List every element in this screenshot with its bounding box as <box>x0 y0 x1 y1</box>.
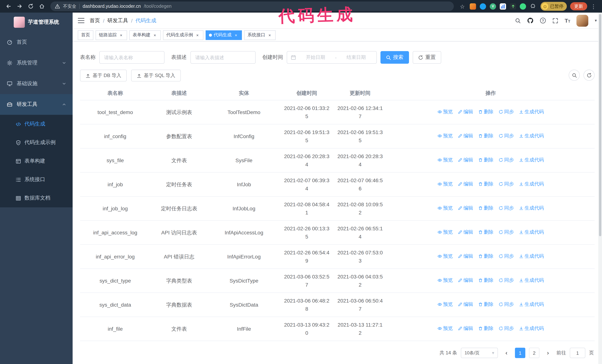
close-icon[interactable]: × <box>118 32 124 38</box>
tag-home[interactable]: 首页 <box>78 30 93 40</box>
action-sync-link[interactable]: 同步 <box>499 324 514 333</box>
search-button[interactable]: 搜索 <box>380 51 409 64</box>
action-generate-link[interactable]: 生成代码 <box>519 300 544 308</box>
browser-profile-chip[interactable]: ☺ 已暂停 <box>540 2 567 11</box>
action-edit-link[interactable]: 编辑 <box>458 324 473 333</box>
action-preview-link[interactable]: 预览 <box>438 132 453 140</box>
extensions-puzzle-icon[interactable] <box>530 3 536 10</box>
sidebar-item-db-doc[interactable]: 数据库文档 <box>0 189 73 207</box>
page-size-select[interactable]: 10条/页 ▾ <box>461 348 498 358</box>
action-sync-link[interactable]: 同步 <box>499 108 514 116</box>
action-preview-link[interactable]: 预览 <box>438 252 453 260</box>
github-icon[interactable] <box>527 17 533 24</box>
close-icon[interactable]: × <box>152 32 157 38</box>
action-delete-link[interactable]: 删除 <box>478 228 494 236</box>
action-preview-link[interactable]: 预览 <box>438 300 453 308</box>
browser-menu-kebab-icon[interactable]: ⋮ <box>589 1 598 11</box>
action-generate-link[interactable]: 生成代码 <box>519 324 544 333</box>
action-edit-link[interactable]: 编辑 <box>458 204 473 212</box>
action-delete-link[interactable]: 删除 <box>478 108 494 116</box>
close-icon[interactable]: × <box>233 32 239 38</box>
extension-icon-orange[interactable] <box>470 3 476 10</box>
action-edit-link[interactable]: 编辑 <box>458 252 473 260</box>
page-scrollbar[interactable] <box>598 13 602 364</box>
browser-back-icon[interactable] <box>4 1 13 11</box>
action-sync-link[interactable]: 同步 <box>499 252 514 260</box>
tag-form-builder[interactable]: 表单构建 × <box>129 30 161 40</box>
action-delete-link[interactable]: 删除 <box>478 276 494 284</box>
import-db-button[interactable]: 基于 DB 导入 <box>80 70 127 82</box>
extension-icon-green[interactable] <box>520 3 526 10</box>
tag-codegen-example[interactable]: 代码生成示例 × <box>163 30 203 40</box>
action-generate-link[interactable]: 生成代码 <box>519 156 544 164</box>
browser-home-icon[interactable] <box>37 1 47 11</box>
avatar-caret-icon[interactable]: ▾ <box>595 18 597 23</box>
action-preview-link[interactable]: 预览 <box>438 276 453 284</box>
sidebar-item-home[interactable]: 首页 <box>0 32 73 52</box>
action-preview-link[interactable]: 预览 <box>438 156 453 164</box>
action-sync-link[interactable]: 同步 <box>499 180 514 188</box>
action-edit-link[interactable]: 编辑 <box>458 132 473 140</box>
extension-icon-blue[interactable] <box>480 3 486 10</box>
fullscreen-icon[interactable] <box>552 18 558 23</box>
sidebar-item-system[interactable]: 系统管理 <box>0 52 73 73</box>
font-size-icon[interactable]: TT <box>565 18 570 23</box>
action-generate-link[interactable]: 生成代码 <box>519 180 544 188</box>
close-icon[interactable]: × <box>267 32 272 38</box>
action-generate-link[interactable]: 生成代码 <box>519 228 544 236</box>
action-sync-link[interactable]: 同步 <box>499 276 514 284</box>
goto-page-input[interactable] <box>570 348 585 358</box>
tag-system-api[interactable]: 系统接口 × <box>244 30 276 40</box>
action-delete-link[interactable]: 删除 <box>478 156 494 164</box>
action-generate-link[interactable]: 生成代码 <box>519 204 544 212</box>
action-generate-link[interactable]: 生成代码 <box>519 132 544 140</box>
sidebar-item-form-builder[interactable]: 表单构建 <box>0 152 73 170</box>
bookmark-star-icon[interactable]: ☆ <box>458 1 467 11</box>
hamburger-icon[interactable] <box>78 18 85 23</box>
sidebar-item-devtools[interactable]: 研发工具 <box>0 94 73 115</box>
action-edit-link[interactable]: 编辑 <box>458 228 473 236</box>
action-generate-link[interactable]: 生成代码 <box>519 276 544 284</box>
page-button-1[interactable]: 1 <box>515 348 525 358</box>
action-delete-link[interactable]: 删除 <box>478 132 494 140</box>
app-logo[interactable]: 芋道管理系统 <box>0 13 73 32</box>
action-sync-link[interactable]: 同步 <box>499 156 514 164</box>
action-preview-link[interactable]: 预览 <box>438 228 453 236</box>
table-name-input[interactable] <box>99 51 164 64</box>
breadcrumb-devtools[interactable]: 研发工具 <box>108 17 128 24</box>
action-sync-link[interactable]: 同步 <box>499 228 514 236</box>
extension-icon-chart[interactable] <box>500 3 506 10</box>
action-delete-link[interactable]: 删除 <box>478 204 494 212</box>
extension-icon-dark[interactable] <box>510 3 516 10</box>
action-preview-link[interactable]: 预览 <box>438 180 453 188</box>
action-sync-link[interactable]: 同步 <box>499 300 514 308</box>
next-page-button[interactable]: › <box>543 348 553 358</box>
breadcrumb-home[interactable]: 首页 <box>90 17 100 24</box>
import-sql-button[interactable]: 基于 SQL 导入 <box>131 70 181 82</box>
scrollbar-thumb[interactable] <box>599 14 601 236</box>
action-preview-link[interactable]: 预览 <box>438 204 453 212</box>
browser-update-button[interactable]: 更新 <box>570 2 587 10</box>
sidebar-item-system-api[interactable]: 系统接口 <box>0 170 73 189</box>
action-preview-link[interactable]: 预览 <box>438 108 453 116</box>
browser-reload-icon[interactable] <box>26 1 36 11</box>
action-edit-link[interactable]: 编辑 <box>458 108 473 116</box>
action-sync-link[interactable]: 同步 <box>499 132 514 140</box>
action-delete-link[interactable]: 删除 <box>478 324 494 333</box>
user-avatar[interactable] <box>577 15 589 26</box>
action-sync-link[interactable]: 同步 <box>499 204 514 212</box>
sidebar-item-codegen-example[interactable]: 代码生成示例 <box>0 133 73 152</box>
table-desc-input[interactable] <box>190 51 256 64</box>
action-delete-link[interactable]: 删除 <box>478 180 494 188</box>
prev-page-button[interactable]: ‹ <box>502 348 511 358</box>
reset-button[interactable]: 重置 <box>413 51 441 64</box>
action-edit-link[interactable]: 编辑 <box>458 180 473 188</box>
address-bar[interactable]: 不安全 dashboard.yudao.iocoder.cn/tool/code… <box>50 1 454 11</box>
action-delete-link[interactable]: 删除 <box>478 300 494 308</box>
action-generate-link[interactable]: 生成代码 <box>519 108 544 116</box>
action-edit-link[interactable]: 编辑 <box>458 276 473 284</box>
browser-forward-icon[interactable] <box>15 1 24 11</box>
date-range-picker[interactable]: 开始日期 - 结束日期 <box>287 51 377 64</box>
action-preview-link[interactable]: 预览 <box>438 324 453 333</box>
help-icon[interactable]: ? <box>540 17 546 24</box>
